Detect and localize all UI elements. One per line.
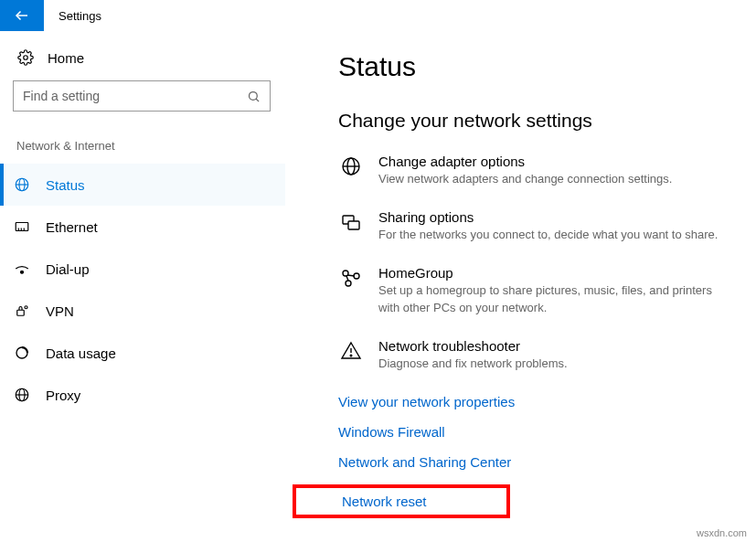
option-desc: Set up a homegroup to share pictures, mu…: [378, 282, 734, 315]
option-troubleshooter[interactable]: Network troubleshooter Diagnose and fix …: [338, 338, 734, 372]
sharing-icon: [338, 209, 364, 243]
svg-point-29: [350, 355, 352, 356]
status-icon: [13, 176, 31, 193]
svg-line-27: [346, 276, 348, 281]
option-desc: Diagnose and fix network problems.: [378, 356, 734, 372]
search-icon: [247, 90, 261, 103]
sidebar-item-status[interactable]: Status: [0, 164, 285, 206]
search-input[interactable]: [23, 89, 247, 103]
svg-point-1: [24, 56, 28, 60]
sidebar-item-label: Proxy: [46, 388, 80, 403]
arrow-left-icon: [14, 7, 30, 24]
svg-point-2: [250, 91, 258, 100]
back-button[interactable]: [0, 0, 44, 31]
vpn-icon: [13, 303, 31, 319]
svg-point-11: [21, 271, 24, 273]
sidebar-item-vpn[interactable]: VPN: [0, 290, 285, 332]
sidebar-item-label: Ethernet: [46, 219, 98, 235]
svg-point-13: [25, 306, 27, 309]
dialup-icon: [13, 260, 31, 277]
proxy-icon: [13, 387, 31, 403]
option-title: HomeGroup: [378, 265, 734, 281]
option-title: Network troubleshooter: [378, 338, 734, 354]
home-button[interactable]: Home: [13, 44, 285, 71]
sidebar-item-label: Data usage: [46, 345, 116, 361]
data-usage-icon: [13, 345, 31, 361]
link-sharing-center[interactable]: Network and Sharing Center: [338, 454, 734, 470]
section-title: Change your network settings: [338, 110, 734, 132]
link-view-properties[interactable]: View your network properties: [338, 394, 734, 409]
ethernet-icon: [13, 218, 31, 235]
sidebar: Home Network & Internet Status: [0, 31, 285, 542]
sidebar-item-label: VPN: [46, 303, 74, 319]
option-sharing[interactable]: Sharing options For the networks you con…: [338, 209, 734, 243]
warning-icon: [338, 338, 364, 372]
sidebar-item-proxy[interactable]: Proxy: [0, 374, 285, 416]
sidebar-item-dialup[interactable]: Dial-up: [0, 248, 285, 290]
sidebar-item-label: Status: [46, 177, 85, 193]
svg-line-3: [256, 99, 259, 101]
globe-icon: [338, 154, 364, 187]
sidebar-item-ethernet[interactable]: Ethernet: [0, 206, 285, 248]
section-header: Network & Internet: [13, 139, 285, 153]
page-title: Status: [338, 51, 734, 82]
gear-icon: [16, 49, 35, 66]
svg-rect-12: [17, 310, 25, 315]
title-bar: Settings: [0, 0, 756, 31]
search-box[interactable]: [13, 80, 271, 112]
option-title: Change adapter options: [378, 154, 734, 169]
link-network-reset[interactable]: Network reset: [342, 494, 494, 509]
option-adapter[interactable]: Change adapter options View network adap…: [338, 154, 734, 187]
option-desc: For the networks you connect to, decide …: [378, 227, 734, 243]
svg-rect-22: [348, 221, 359, 229]
option-homegroup[interactable]: HomeGroup Set up a homegroup to share pi…: [338, 265, 734, 315]
svg-line-26: [347, 275, 355, 276]
window-title: Settings: [59, 9, 101, 23]
watermark: wsxdn.com: [697, 527, 747, 538]
homegroup-icon: [338, 265, 364, 315]
main-content: Status Change your network settings Chan…: [285, 31, 756, 542]
sidebar-item-datausage[interactable]: Data usage: [0, 332, 285, 374]
option-title: Sharing options: [378, 209, 734, 225]
svg-rect-7: [16, 223, 28, 231]
home-label: Home: [48, 50, 84, 66]
option-desc: View network adapters and change connect…: [378, 171, 734, 187]
highlight-box: Network reset: [293, 484, 510, 518]
sidebar-item-label: Dial-up: [46, 261, 90, 277]
svg-point-25: [346, 281, 351, 286]
link-windows-firewall[interactable]: Windows Firewall: [338, 424, 734, 440]
